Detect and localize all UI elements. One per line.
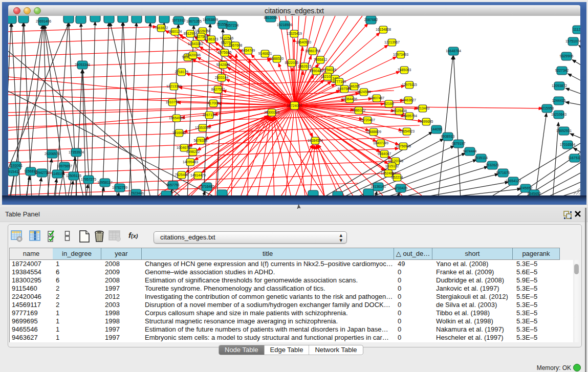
svg-text:9329906: 9329906 (560, 54, 574, 58)
svg-text:18407249: 18407249 (373, 141, 388, 145)
svg-text:8454749: 8454749 (242, 49, 255, 52)
svg-text:16648784: 16648784 (446, 49, 461, 53)
svg-text:18495794: 18495794 (402, 114, 417, 118)
svg-text:1010755: 1010755 (166, 100, 180, 104)
svg-text:19654923: 19654923 (399, 129, 415, 133)
svg-text:3624554: 3624554 (357, 90, 371, 94)
svg-text:9146821: 9146821 (258, 52, 272, 55)
svg-text:10120746: 10120746 (388, 159, 403, 163)
svg-text:10688609: 10688609 (366, 130, 381, 134)
svg-text:1916682: 1916682 (172, 131, 186, 135)
svg-text:9227342: 9227342 (555, 69, 569, 72)
svg-text:19463627: 19463627 (401, 98, 416, 102)
svg-text:1193061: 1193061 (9, 164, 23, 167)
svg-text:16210643: 16210643 (551, 113, 567, 116)
svg-text:10958117: 10958117 (97, 181, 113, 184)
svg-text:1244415: 1244415 (552, 99, 566, 102)
svg-text:17016504: 17016504 (560, 143, 575, 146)
svg-text:8938913: 8938913 (441, 135, 455, 138)
svg-text:5678334: 5678334 (194, 139, 208, 142)
svg-text:19218506: 19218506 (277, 23, 292, 27)
svg-text:16154808: 16154808 (376, 28, 391, 31)
svg-text:2718176: 2718176 (175, 70, 189, 74)
svg-text:12353594: 12353594 (195, 126, 210, 129)
svg-text:3215958: 3215958 (540, 106, 554, 110)
svg-text:18724007: 18724007 (287, 104, 302, 107)
svg-text:10025438: 10025438 (391, 109, 407, 113)
svg-text:15692931: 15692931 (556, 129, 572, 133)
svg-text:7485003: 7485003 (398, 68, 411, 72)
svg-text:9084067: 9084067 (378, 152, 391, 156)
svg-text:3267130: 3267130 (203, 113, 216, 117)
svg-text:62160: 62160 (384, 102, 394, 105)
svg-text:1167533: 1167533 (568, 156, 580, 160)
svg-text:2803144: 2803144 (215, 76, 229, 79)
svg-text:8813054: 8813054 (264, 16, 278, 19)
svg-text:7663822: 7663822 (155, 26, 168, 30)
svg-text:3213403: 3213403 (416, 106, 430, 110)
svg-text:2367608: 2367608 (229, 43, 243, 47)
svg-text:1733426: 1733426 (394, 186, 408, 190)
svg-text:12942737: 12942737 (34, 171, 50, 174)
svg-text:144095: 144095 (431, 127, 443, 131)
svg-text:9245652: 9245652 (519, 186, 533, 190)
svg-text:14914479: 14914479 (190, 173, 206, 177)
svg-text:14136141: 14136141 (371, 185, 386, 188)
svg-text:10756928: 10756928 (396, 144, 411, 148)
svg-text:12505135: 12505135 (66, 174, 81, 178)
svg-text:19384554: 19384554 (308, 139, 323, 142)
svg-text:114519: 114519 (52, 172, 63, 176)
svg-text:8186323: 8186323 (205, 37, 219, 41)
svg-text:16053809: 16053809 (203, 18, 218, 21)
svg-text:12923446: 12923446 (128, 191, 144, 195)
svg-text:10973493: 10973493 (393, 53, 408, 56)
svg-text:1498222: 1498222 (186, 150, 200, 154)
svg-text:1362615: 1362615 (298, 64, 312, 68)
svg-text:9777169: 9777169 (333, 80, 346, 83)
svg-text:21364436: 21364436 (342, 97, 357, 101)
svg-text:10782759: 10782759 (112, 186, 127, 189)
svg-text:417006: 417006 (208, 101, 220, 105)
svg-text:19654963: 19654963 (169, 116, 184, 120)
svg-text:852214: 852214 (391, 176, 403, 179)
svg-text:9699695: 9699695 (420, 120, 433, 123)
svg-text:8322035: 8322035 (285, 61, 299, 64)
svg-text:2087682: 2087682 (364, 18, 378, 21)
svg-text:7632621: 7632621 (486, 163, 499, 167)
svg-text:9242848: 9242848 (216, 63, 230, 67)
svg-text:6794028: 6794028 (323, 68, 337, 72)
svg-text:16961758: 16961758 (305, 49, 320, 53)
svg-text:6879197: 6879197 (452, 142, 466, 145)
svg-text:22420046: 22420046 (185, 53, 201, 57)
svg-text:6497568: 6497568 (338, 87, 352, 91)
svg-text:15720407: 15720407 (360, 118, 375, 122)
svg-text:8975685: 8975685 (218, 51, 232, 54)
svg-text:12093872: 12093872 (552, 84, 567, 87)
svg-text:1071913: 1071913 (172, 18, 186, 22)
svg-text:10975657: 10975657 (57, 164, 72, 168)
svg-text:12213967: 12213967 (384, 40, 400, 44)
svg-text:29053346: 29053346 (75, 63, 90, 67)
svg-text:10654122: 10654122 (506, 179, 521, 183)
svg-text:7625402: 7625402 (175, 173, 189, 177)
svg-text:20691406: 20691406 (36, 19, 51, 23)
svg-text:7986322: 7986322 (352, 108, 366, 112)
svg-text:12213369: 12213369 (166, 84, 182, 88)
svg-text:15751074: 15751074 (565, 39, 580, 43)
svg-text:17957275: 17957275 (81, 178, 96, 181)
svg-text:3915412: 3915412 (8, 170, 20, 173)
svg-text:11123: 11123 (573, 28, 580, 31)
svg-text:10671355: 10671355 (186, 19, 202, 23)
svg-text:9474444: 9474444 (463, 149, 477, 153)
svg-text:7955812: 7955812 (314, 58, 328, 61)
svg-text:17353924: 17353924 (69, 150, 84, 154)
svg-text:18640910: 18640910 (296, 40, 311, 44)
svg-text:1588520: 1588520 (270, 57, 284, 60)
svg-text:15716485: 15716485 (199, 185, 214, 188)
svg-text:14099483: 14099483 (183, 160, 198, 164)
svg-text:12975115: 12975115 (402, 83, 417, 86)
svg-text:7857234: 7857234 (225, 24, 239, 27)
svg-text:13325419: 13325419 (287, 32, 302, 35)
svg-text:9657791: 9657791 (166, 183, 180, 187)
svg-text:9345652: 9345652 (528, 192, 541, 195)
